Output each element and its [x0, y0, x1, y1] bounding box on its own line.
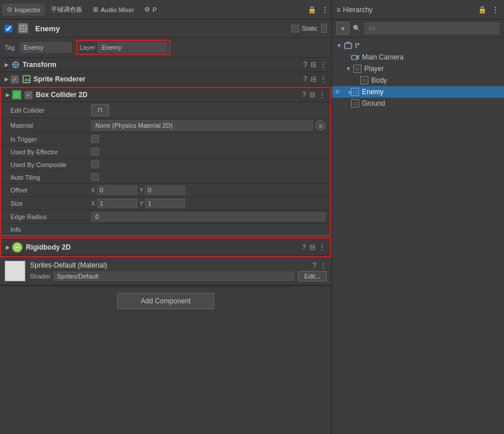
sprite-renderer-header[interactable]: ▶ ✓ Sprite Renderer ? ⊟ ⋮: [0, 72, 331, 87]
inspector-content: Enemy Static Tag Enemy Layer Enemy: [0, 20, 331, 434]
hierarchy-add-button[interactable]: +: [337, 22, 349, 35]
static-checkbox[interactable]: [292, 25, 299, 32]
size-x-input[interactable]: [97, 199, 137, 208]
size-row: Size X Y: [1, 197, 330, 210]
gameobject-icon: [18, 23, 28, 34]
offset-y-label: Y: [140, 187, 144, 194]
rigidbody-settings-icon[interactable]: ⊟: [309, 243, 315, 251]
box-collider-checkbox[interactable]: ✓: [25, 91, 32, 99]
hierarchy-title-label: Hierarchy: [343, 6, 372, 14]
size-y-input[interactable]: [145, 199, 185, 208]
inspector-icon: ⊙: [7, 6, 12, 13]
box-collider-help-icon[interactable]: ?: [302, 91, 306, 99]
tree-item-scene[interactable]: ▼ t*: [332, 40, 504, 51]
hierarchy-search-input[interactable]: [364, 23, 499, 34]
layer-section: Layer Enemy: [76, 40, 171, 55]
inspector-tab-label: Inspector: [14, 6, 40, 13]
sprite-renderer-checkbox[interactable]: ✓: [11, 76, 18, 83]
edge-radius-row: Edge Radius: [1, 210, 330, 224]
offset-x-label: X: [91, 187, 95, 194]
layer-label: Layer: [80, 44, 96, 51]
rigidbody-more-icon[interactable]: ⋮: [319, 243, 326, 251]
used-by-effector-checkbox[interactable]: [91, 148, 99, 155]
transform-arrow-icon: ▶: [5, 62, 9, 68]
tab-audio-mixer[interactable]: ⊞ Audio Mixer: [88, 3, 139, 16]
lock-icon[interactable]: 🔒: [308, 6, 316, 14]
sprite-renderer-more-icon[interactable]: ⋮: [320, 75, 327, 83]
tag-label: Tag: [5, 44, 15, 51]
transform-icon: [11, 60, 20, 69]
box-collider-header[interactable]: ▶ □ ✓ Box Collider 2D ? ⊟ ⋮: [1, 88, 330, 102]
sprite-renderer-settings-icon[interactable]: ⊟: [311, 75, 316, 83]
box-collider-settings-icon[interactable]: ⊟: [309, 91, 315, 99]
add-component-area: Add Component: [0, 285, 331, 316]
transform-more-icon[interactable]: ⋮: [320, 61, 327, 69]
tree-item-enemy[interactable]: 👁 ◈ □ Enemy: [332, 86, 504, 98]
box-collider-more-icon[interactable]: ⋮: [319, 91, 326, 99]
edge-radius-input[interactable]: [91, 212, 326, 221]
material-prop-dropdown[interactable]: None (Physics Material 2D): [91, 120, 313, 131]
offset-y-input[interactable]: [145, 186, 185, 195]
material-section: Sprites-Default (Material) ? ⋮ Shader Sp…: [0, 257, 331, 285]
ground-label: Ground: [362, 99, 385, 107]
hierarchy-more-icon[interactable]: ⋮: [491, 5, 499, 14]
select-icon[interactable]: ◈: [345, 87, 355, 97]
auto-tiling-checkbox[interactable]: [91, 173, 99, 181]
rigidbody-icon: [12, 242, 23, 253]
box-collider-icon: □: [12, 90, 21, 99]
is-trigger-row: Is Trigger: [1, 133, 330, 146]
audio-tab-label: Audio Mixer: [100, 6, 134, 13]
add-component-button[interactable]: Add Component: [117, 293, 215, 309]
is-trigger-label: Is Trigger: [10, 136, 91, 143]
material-select-btn[interactable]: ◎: [315, 120, 326, 131]
scene-arrow-icon: ▼: [337, 43, 344, 49]
settings-icon: ⚙: [144, 6, 150, 13]
is-trigger-checkbox[interactable]: [91, 135, 99, 143]
transform-help-icon[interactable]: ?: [303, 61, 307, 69]
used-by-composite-checkbox[interactable]: [91, 161, 99, 168]
tree-item-player[interactable]: ▼ □ Player: [332, 63, 504, 75]
tab-inspector[interactable]: ⊙ Inspector: [2, 3, 45, 16]
inspector-panel: ⊙ Inspector 平铺调色板 ⊞ Audio Mixer ⚙ P 🔒 ⋮: [0, 0, 332, 434]
more-options-icon[interactable]: ⋮: [321, 5, 329, 14]
material-help-icon[interactable]: ?: [312, 261, 316, 269]
transform-settings-icon[interactable]: ⊟: [311, 61, 316, 69]
layer-dropdown[interactable]: Enemy: [98, 42, 167, 53]
material-info: Sprites-Default (Material) ? ⋮ Shader Sp…: [30, 261, 327, 281]
player-icon: □: [353, 64, 362, 73]
edit-collider-row: Edit Collider ⊓: [1, 102, 330, 118]
tree-item-body[interactable]: □ Body: [332, 75, 504, 86]
material-more-icon[interactable]: ⋮: [320, 261, 327, 269]
rigidbody-header[interactable]: ▶ Rigidbody 2D ? ⊟ ⋮: [1, 239, 330, 256]
edit-collider-button[interactable]: ⊓: [91, 104, 109, 116]
shader-row: Shader Sprites/Default Edit...: [30, 271, 327, 281]
tree-item-main-camera[interactable]: Main Camera: [332, 51, 504, 63]
tree-item-ground[interactable]: □ Ground: [332, 98, 504, 109]
auto-tiling-label: Auto Tiling: [10, 174, 91, 181]
hierarchy-lock-icon[interactable]: 🔒: [478, 6, 487, 14]
ground-icon: □: [350, 99, 360, 108]
gameobject-active-checkbox[interactable]: [5, 25, 12, 32]
used-by-effector-row: Used By Effector: [1, 146, 330, 158]
transform-name: Transform: [23, 61, 303, 69]
offset-row: Offset X Y: [1, 184, 330, 197]
sprite-renderer-help-icon[interactable]: ?: [303, 75, 307, 83]
size-x-label: X: [91, 201, 95, 207]
svg-rect-9: [352, 55, 357, 60]
tag-dropdown[interactable]: Enemy: [20, 42, 72, 53]
audio-icon: ⊞: [93, 6, 98, 13]
static-dropdown[interactable]: [321, 24, 327, 33]
shader-dropdown[interactable]: Sprites/Default: [54, 272, 294, 281]
rigidbody-help-icon[interactable]: ?: [302, 243, 306, 251]
tab-tilemap[interactable]: 平铺调色板: [46, 3, 87, 16]
edit-collider-label: Edit Collider: [10, 107, 91, 114]
info-row[interactable]: Info: [1, 224, 330, 235]
body-icon: □: [360, 76, 369, 85]
offset-x-input[interactable]: [97, 186, 137, 195]
main-camera-label: Main Camera: [362, 53, 404, 61]
tab-p[interactable]: ⚙ P: [140, 3, 161, 16]
material-edit-button[interactable]: Edit...: [298, 271, 327, 281]
visibility-icon[interactable]: 👁: [332, 87, 342, 97]
box-collider-section: ▶ □ ✓ Box Collider 2D ? ⊟ ⋮ Edit Collide…: [0, 87, 331, 236]
transform-header[interactable]: ▶ Transform ? ⊟ ⋮: [0, 58, 331, 72]
